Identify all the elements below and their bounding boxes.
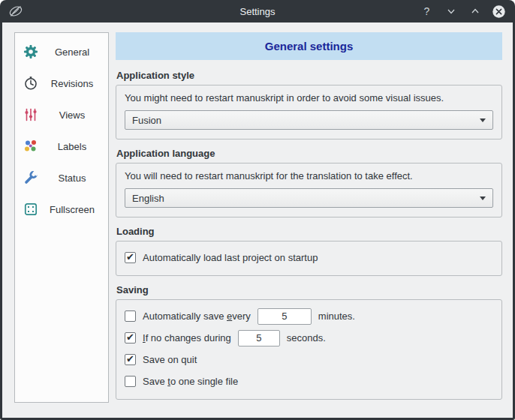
sidebar-item-label: Fullscreen <box>39 204 105 215</box>
application-style-groupbox: You might need to restart manuskript in … <box>116 85 502 140</box>
checkbox <box>125 376 136 387</box>
autosave-every-checkbox-row[interactable]: Automatically save every minutes. <box>125 305 493 327</box>
no-changes-seconds-input[interactable] <box>238 330 280 346</box>
sidebar-item-status[interactable]: Status <box>15 162 108 194</box>
maximize-button[interactable] <box>468 4 482 19</box>
section-label-saving: Saving <box>116 284 502 296</box>
chevron-down-icon <box>480 196 486 200</box>
section-label-application-language: Application language <box>116 148 502 160</box>
chevron-up-icon <box>470 6 480 16</box>
checkbox <box>125 354 136 365</box>
close-button[interactable] <box>492 4 506 19</box>
sidebar-item-revisions[interactable]: Revisions <box>15 68 108 99</box>
app-icon[interactable] <box>8 4 23 19</box>
save-single-file-checkbox-row[interactable]: Save to one single file <box>125 370 493 392</box>
application-language-groupbox: You will need to restart manuskript for … <box>116 163 502 218</box>
sidebar-item-label: Revisions <box>39 78 105 89</box>
chevron-down-icon <box>446 6 456 16</box>
gear-icon <box>23 44 39 59</box>
sidebar-item-labels[interactable]: Labels <box>15 130 108 162</box>
language-restart-note: You will need to restart manuskript for … <box>125 170 493 182</box>
checkbox-label: Automatically save every <box>143 310 251 322</box>
sidebar-item-label: Status <box>39 172 105 184</box>
section-label-loading: Loading <box>116 226 502 238</box>
save-on-quit-checkbox-row[interactable]: Save on quit <box>125 349 493 370</box>
application-language-combobox[interactable]: English <box>125 188 493 208</box>
sidebar-item-fullscreen[interactable]: Fullscreen <box>15 194 108 225</box>
loading-groupbox: Automatically load last project on start… <box>116 241 502 276</box>
minimize-button[interactable] <box>444 4 458 19</box>
sidebar-item-views[interactable]: Views <box>15 99 108 130</box>
main-panel: General settings Application style You m… <box>116 32 502 403</box>
sliders-icon <box>23 107 39 122</box>
section-label-application-style: Application style <box>116 70 502 82</box>
checkbox <box>125 332 136 344</box>
fullscreen-icon <box>23 202 39 217</box>
content-area: General Revisions <box>2 22 513 418</box>
saving-groupbox: Automatically save every minutes. If no … <box>116 299 502 400</box>
load-last-project-checkbox-row[interactable]: Automatically load last project on start… <box>125 248 493 266</box>
save-if-no-changes-checkbox-row[interactable]: If no changes during seconds. <box>125 327 493 349</box>
checkbox-label-suffix: seconds. <box>287 332 326 344</box>
window-controls: ? <box>420 4 506 19</box>
titlebar[interactable]: Settings ? <box>2 0 513 22</box>
checkbox-label: Save to one single file <box>143 376 238 387</box>
help-button[interactable]: ? <box>420 4 434 19</box>
quill-icon <box>8 4 23 19</box>
clock-icon <box>23 76 39 91</box>
application-style-combobox[interactable]: Fusion <box>125 110 493 130</box>
combobox-value: Fusion <box>132 115 480 126</box>
wrench-icon <box>23 170 39 185</box>
sidebar-item-label: General <box>39 46 105 58</box>
sidebar-item-label: Views <box>39 110 105 121</box>
sidebar-item-label: Labels <box>39 141 105 152</box>
checkbox-label: Automatically load last project on start… <box>143 252 318 263</box>
checkbox <box>125 310 136 322</box>
settings-window: Settings ? <box>0 0 515 420</box>
style-restart-note: You might need to restart manuskript in … <box>125 92 493 104</box>
chevron-down-icon <box>480 118 486 122</box>
checkbox-label: Save on quit <box>143 354 197 365</box>
sidebar: General Revisions <box>14 32 109 403</box>
sidebar-item-general[interactable]: General <box>15 36 108 68</box>
close-x-circle-icon <box>492 4 506 19</box>
page-title: General settings <box>116 32 502 60</box>
combobox-value: English <box>132 193 480 204</box>
color-dots-icon <box>23 139 39 154</box>
checkbox-label-suffix: minutes. <box>318 310 355 322</box>
checkbox-label: If no changes during <box>143 332 231 344</box>
autosave-minutes-input[interactable] <box>258 308 312 325</box>
checkbox <box>125 252 136 263</box>
